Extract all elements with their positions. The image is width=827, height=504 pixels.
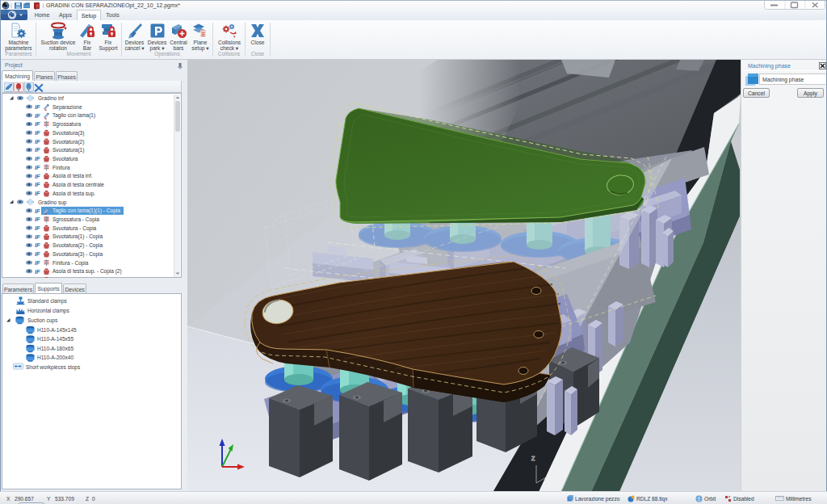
- svg-text:IF: IF: [35, 173, 40, 180]
- svg-text:IF: IF: [35, 146, 40, 153]
- svg-text:Asola di testa centrale: Asola di testa centrale: [52, 182, 104, 187]
- svg-text:Svuotatura: Svuotatura: [52, 156, 78, 162]
- svg-text:Taglio con lama(1)(1) - Copia: Taglio con lama(1)(1) - Copia: [52, 208, 120, 214]
- svg-text:Asola di testa sup.: Asola di testa sup.: [52, 191, 95, 197]
- svg-text:IF: IF: [35, 268, 40, 275]
- svg-text:IF: IF: [35, 242, 40, 249]
- svg-text:Standard clamps: Standard clamps: [27, 298, 68, 304]
- svg-text:H110-A-180x65: H110-A-180x65: [37, 346, 73, 351]
- svg-text:Short workpieces stops: Short workpieces stops: [26, 364, 81, 371]
- svg-text:IF: IF: [35, 208, 40, 215]
- svg-text:IF: IF: [35, 112, 40, 120]
- svg-text:Asola di testa inf.: Asola di testa inf.: [52, 173, 93, 178]
- svg-text:H110-A-145x145: H110-A-145x145: [37, 327, 77, 333]
- svg-text:Separazione: Separazione: [52, 104, 82, 111]
- svg-text:Finitura: Finitura: [52, 165, 70, 170]
- svg-text:IF: IF: [35, 164, 40, 171]
- svg-text:Svuotatura(3): Svuotatura(3): [52, 130, 84, 136]
- svg-text:H110-A-145x55: H110-A-145x55: [37, 336, 73, 342]
- svg-text:IF: IF: [35, 233, 40, 241]
- svg-text:Asola di testa inf. - Copia: Asola di testa inf. - Copia: [52, 277, 111, 278]
- svg-text:Sgrossatura - Copia: Sgrossatura - Copia: [52, 216, 99, 223]
- svg-text:Z: Z: [531, 456, 535, 461]
- svg-text:Finitura - Copia: Finitura - Copia: [52, 260, 89, 267]
- svg-text:Gradino inf: Gradino inf: [38, 95, 64, 101]
- svg-text:Sgrossatura: Sgrossatura: [52, 121, 81, 128]
- svg-text:Svuotatura(3) - Copia: Svuotatura(3) - Copia: [52, 251, 103, 258]
- svg-text:Taglio con lama(1): Taglio con lama(1): [52, 112, 95, 119]
- svg-text:Suction cups: Suction cups: [27, 317, 58, 324]
- svg-text:IF: IF: [35, 259, 40, 267]
- svg-text:Svuotatura(1) - Copia: Svuotatura(1) - Copia: [52, 233, 103, 240]
- svg-text:Gradino sup: Gradino sup: [38, 200, 67, 206]
- svg-text:Asola di testa sup. - Copia (2: Asola di testa sup. - Copia (2): [52, 268, 122, 275]
- svg-text:IF: IF: [35, 155, 40, 162]
- svg-text:IF: IF: [35, 225, 40, 232]
- svg-text:IF: IF: [35, 129, 40, 136]
- svg-text:Svuotatura(2): Svuotatura(2): [52, 139, 84, 145]
- svg-text:IF: IF: [35, 103, 40, 111]
- svg-text:IF: IF: [35, 250, 40, 258]
- svg-text:Svuotatura(2) - Copia: Svuotatura(2) - Copia: [52, 242, 103, 249]
- svg-text:H110-A-200x40: H110-A-200x40: [37, 355, 73, 360]
- svg-text:IF: IF: [35, 276, 40, 278]
- svg-text:Svuotatura - Copia: Svuotatura - Copia: [52, 225, 97, 232]
- svg-text:IF: IF: [35, 190, 40, 197]
- svg-text:IF: IF: [35, 216, 40, 223]
- svg-text:IF: IF: [35, 181, 40, 188]
- svg-text:IF: IF: [35, 120, 40, 128]
- svg-text:Horizontal clamps: Horizontal clamps: [27, 308, 69, 314]
- svg-text:Svuotatura(1): Svuotatura(1): [52, 147, 84, 153]
- svg-text:IF: IF: [35, 138, 40, 145]
